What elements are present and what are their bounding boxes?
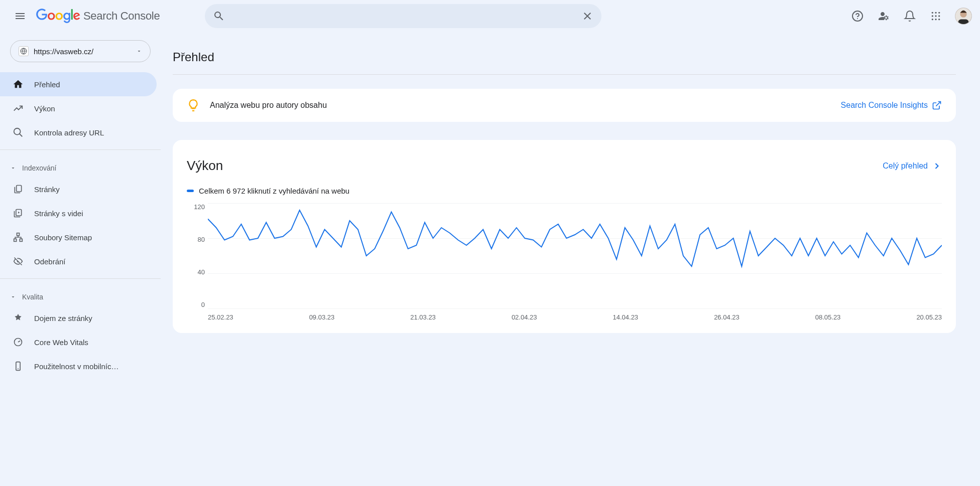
sidebar-section-quality[interactable]: Kvalita [0, 284, 161, 306]
sidebar-item-removals[interactable]: Odebrání [0, 249, 157, 273]
divider [173, 74, 956, 75]
full-report-link[interactable]: Celý přehled [883, 161, 942, 171]
chart-legend: Celkem 6 972 kliknutí z vyhledávání na w… [187, 187, 942, 195]
apps-grid-icon [931, 11, 941, 21]
svg-point-8 [932, 19, 933, 20]
svg-rect-16 [17, 186, 22, 192]
hamburger-menu-button[interactable] [8, 4, 32, 28]
search-icon [12, 127, 24, 138]
sidebar-item-overview[interactable]: Přehled [0, 72, 157, 96]
mobile-icon [12, 361, 24, 371]
sidebar-item-video-pages[interactable]: Stránky s videi [0, 201, 157, 225]
chart: 12080400 25.02.2309.03.2321.03.2302.04.2… [187, 203, 942, 321]
insights-card: Analýza webu pro autory obsahu Search Co… [173, 89, 956, 122]
caret-down-icon [10, 165, 16, 171]
svg-point-3 [935, 12, 936, 14]
google-logo-icon [36, 9, 80, 24]
person-gear-icon [878, 10, 890, 22]
performance-card-title: Výkon [187, 158, 223, 174]
property-selector[interactable]: https://vasweb.cz/ [10, 40, 151, 62]
insights-link-label: Search Console Insights [841, 101, 928, 110]
bell-icon [904, 10, 916, 22]
sidebar-section-label: Kvalita [22, 293, 43, 301]
header-right [834, 5, 972, 27]
help-icon [851, 10, 864, 22]
sidebar-item-sitemaps[interactable]: Soubory Sitemap [0, 225, 157, 249]
sidebar: https://vasweb.cz/ Přehled Výkon Kontrol… [0, 32, 161, 486]
svg-rect-19 [14, 239, 17, 241]
svg-point-1 [857, 18, 858, 19]
lightbulb-icon [187, 99, 200, 112]
sidebar-item-page-experience[interactable]: Dojem ze stránky [0, 306, 157, 330]
full-report-label: Celý přehled [883, 161, 928, 171]
home-icon [12, 79, 24, 90]
search-bar[interactable] [205, 4, 601, 28]
notifications-button[interactable] [899, 5, 921, 27]
sidebar-item-label: Stránky [34, 185, 60, 194]
sidebar-section-label: Indexování [22, 164, 57, 172]
sidebar-item-cwv[interactable]: Core Web Vitals [0, 330, 157, 354]
svg-rect-13 [958, 20, 969, 25]
header-left: Search Console [8, 4, 201, 28]
badge-icon [12, 313, 24, 323]
logo[interactable]: Search Console [36, 9, 160, 24]
account-settings-button[interactable] [873, 5, 895, 27]
page-title: Přehled [173, 50, 956, 64]
svg-point-5 [932, 15, 933, 17]
insights-link[interactable]: Search Console Insights [841, 100, 942, 110]
sidebar-item-mobile-usability[interactable]: Použitelnost v mobilníc… [0, 354, 157, 378]
sidebar-item-label: Dojem ze stránky [34, 314, 92, 322]
chart-plot [208, 203, 942, 308]
sidebar-item-label: Odebrání [34, 257, 66, 266]
svg-point-6 [935, 15, 936, 17]
svg-rect-18 [17, 233, 20, 236]
search-icon [213, 10, 225, 22]
sidebar-section-indexing[interactable]: Indexování [0, 155, 161, 177]
caret-down-icon [10, 294, 16, 300]
sidebar-item-label: Výkon [34, 104, 55, 113]
search-input[interactable] [229, 12, 577, 21]
clear-search-button[interactable] [577, 6, 597, 26]
chart-x-axis: 25.02.2309.03.2321.03.2302.04.2314.04.23… [208, 313, 942, 321]
search-button[interactable] [209, 6, 229, 26]
avatar[interactable] [955, 8, 972, 25]
insights-text: Analýza webu pro autory obsahu [210, 101, 831, 110]
svg-point-10 [938, 19, 940, 20]
sidebar-item-pages[interactable]: Stránky [0, 177, 157, 201]
legend-label: Celkem 6 972 kliknutí z vyhledávání na w… [199, 187, 349, 195]
caret-down-icon [136, 48, 142, 54]
sidebar-item-label: Přehled [34, 80, 60, 89]
sidebar-item-label: Soubory Sitemap [34, 233, 92, 242]
avatar-image [955, 8, 971, 25]
help-button[interactable] [846, 5, 869, 27]
main-content: Přehled Analýza webu pro autory obsahu S… [161, 32, 980, 486]
svg-point-2 [932, 12, 933, 14]
app-name: Search Console [83, 10, 160, 23]
svg-point-4 [938, 12, 940, 14]
app-header: Search Console [0, 0, 980, 32]
svg-point-15 [14, 128, 21, 135]
svg-rect-20 [20, 239, 22, 241]
sidebar-item-label: Použitelnost v mobilníc… [34, 362, 118, 371]
pages-icon [12, 184, 24, 194]
apps-button[interactable] [925, 5, 947, 27]
hamburger-icon [14, 10, 26, 22]
globe-icon [19, 46, 29, 56]
chart-y-axis: 12080400 [187, 203, 208, 308]
chevron-right-icon [932, 161, 942, 171]
sitemap-icon [12, 232, 24, 242]
trend-icon [12, 103, 24, 114]
gauge-icon [12, 337, 24, 347]
hidden-icon [12, 256, 24, 266]
open-external-icon [932, 100, 942, 110]
close-icon [581, 10, 593, 22]
sidebar-item-performance[interactable]: Výkon [0, 96, 157, 120]
sidebar-item-url-inspection[interactable]: Kontrola adresy URL [0, 120, 157, 144]
performance-card: Výkon Celý přehled Celkem 6 972 kliknutí… [173, 140, 956, 333]
sidebar-item-label: Stránky s videi [34, 209, 83, 218]
svg-point-9 [935, 19, 936, 20]
sidebar-item-label: Kontrola adresy URL [34, 128, 104, 137]
property-url: https://vasweb.cz/ [34, 47, 131, 56]
legend-swatch [187, 190, 194, 192]
sidebar-item-label: Core Web Vitals [34, 338, 88, 347]
